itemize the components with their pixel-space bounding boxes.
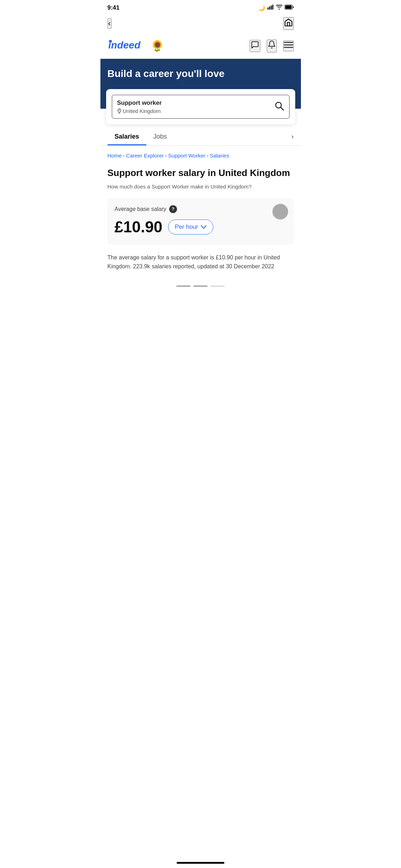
breadcrumb-career-explorer[interactable]: Career Explorer (126, 151, 164, 160)
breadcrumb-home[interactable]: Home (108, 151, 122, 160)
page-title: Support worker salary in United Kingdom (108, 167, 294, 179)
header-left: indeed 🌻 (108, 38, 165, 54)
breadcrumb-sep-2: › (165, 152, 167, 160)
search-box[interactable]: Support worker United Kingdom (112, 95, 290, 119)
salary-amount: £10.90 (115, 218, 163, 236)
home-button[interactable] (283, 17, 294, 30)
indeed-logo-text: indeed (108, 38, 147, 54)
scroll-dot-3 (210, 285, 225, 287)
salary-row: £10.90 Per hour (115, 218, 287, 236)
page-subtitle: How much does a Support Worker make in U… (108, 183, 294, 191)
tab-arrow: › (292, 127, 294, 145)
chevron-down-icon (201, 224, 207, 230)
scroll-dot-2 (193, 285, 208, 287)
breadcrumb: Home › Career Explorer › Support Worker … (100, 146, 301, 163)
sunflower-emoji: 🌻 (150, 39, 165, 53)
search-location: United Kingdom (117, 108, 162, 114)
svg-text:indeed: indeed (108, 40, 141, 51)
indeed-logo: indeed (108, 38, 147, 54)
svg-rect-1 (269, 6, 270, 10)
header-right (250, 40, 294, 52)
battery-icon (285, 5, 294, 11)
menu-button[interactable] (283, 41, 294, 51)
back-button[interactable]: ‹ (108, 18, 111, 29)
tabs-container: Salaries Jobs › (100, 127, 301, 146)
breadcrumb-salaries[interactable]: Salaries (210, 151, 229, 160)
app-header: indeed 🌻 (100, 34, 301, 59)
bell-button[interactable] (267, 40, 277, 52)
average-label: Average base salary ? (115, 205, 287, 213)
wifi-icon (276, 5, 282, 11)
salary-description: The average salary for a support worker … (108, 253, 294, 271)
svg-point-11 (119, 109, 120, 110)
svg-rect-2 (271, 6, 272, 10)
main-content: Support worker salary in United Kingdom … (100, 163, 301, 279)
status-time: 9:41 (108, 4, 120, 11)
signal-icon (267, 5, 274, 11)
svg-point-7 (109, 40, 112, 43)
breadcrumb-sep-3: › (207, 152, 208, 160)
tab-jobs[interactable]: Jobs (146, 127, 174, 145)
svg-rect-5 (285, 5, 292, 9)
scroll-indicators (100, 280, 301, 290)
search-card: Support worker United Kingdom (106, 89, 295, 124)
period-selector[interactable]: Per hour (168, 219, 213, 234)
breadcrumb-sep-1: › (123, 152, 125, 160)
salary-card: Average base salary ? £10.90 Per hour (108, 198, 294, 244)
search-box-content: Support worker United Kingdom (117, 99, 162, 114)
breadcrumb-support-worker[interactable]: Support Worker (168, 151, 205, 160)
help-icon[interactable]: ? (169, 205, 177, 213)
svg-rect-3 (272, 5, 273, 10)
svg-line-13 (281, 107, 283, 110)
message-button[interactable] (250, 40, 260, 52)
hero-title: Build a career you'll love (108, 67, 294, 80)
period-text: Per hour (175, 223, 198, 231)
search-card-wrapper: Support worker United Kingdom (100, 89, 301, 124)
search-button[interactable] (274, 101, 284, 113)
moon-icon: 🌙 (258, 5, 265, 11)
salary-circle-decoration (272, 204, 288, 219)
status-icons: 🌙 (258, 5, 294, 11)
scroll-dot-1 (176, 285, 191, 287)
tab-salaries[interactable]: Salaries (108, 127, 146, 145)
status-bar: 9:41 🌙 (100, 0, 301, 14)
svg-rect-0 (267, 7, 269, 10)
nav-bar: ‹ (100, 14, 301, 34)
search-query: Support worker (117, 99, 162, 107)
